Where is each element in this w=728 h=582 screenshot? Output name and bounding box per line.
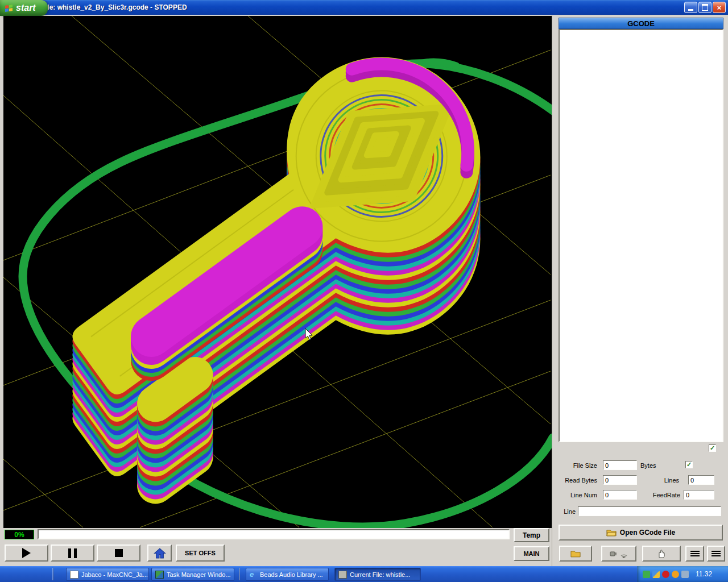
play-icon bbox=[22, 548, 31, 558]
feedrate-field[interactable] bbox=[684, 490, 714, 500]
hand-jog-button[interactable] bbox=[642, 546, 681, 562]
line-field[interactable] bbox=[578, 506, 721, 516]
window-titlebar[interactable]: Current File: whistle_v2_By_Slic3r.gcode… bbox=[0, 0, 728, 15]
pause-button[interactable] bbox=[51, 544, 94, 562]
gcode-line-display bbox=[38, 529, 510, 539]
taskbar-clock: 11.32 bbox=[696, 570, 712, 578]
line-num-field[interactable] bbox=[603, 490, 637, 500]
bytes-checkbox[interactable]: ✓ bbox=[685, 461, 693, 468]
file-size-label: File Size bbox=[559, 462, 597, 469]
stop-button[interactable] bbox=[97, 544, 140, 562]
line-num-label: Line Num bbox=[553, 492, 597, 498]
internet-explorer-icon: e bbox=[250, 571, 257, 578]
minimize-button[interactable] bbox=[684, 2, 697, 13]
taskbar-divider bbox=[239, 568, 240, 580]
tray-icon-shield[interactable] bbox=[643, 571, 650, 578]
window-title: Current File: whistle_v2_By_Slic3r.gcode… bbox=[15, 3, 683, 11]
folder-button[interactable] bbox=[559, 546, 592, 562]
3d-viewport-canvas[interactable] bbox=[3, 16, 552, 528]
taskbar-divider bbox=[52, 568, 53, 580]
tray-icon-display[interactable] bbox=[652, 571, 660, 578]
list-lines-icon bbox=[690, 550, 700, 558]
gcode-follow-checkbox[interactable]: ✓ bbox=[709, 444, 716, 452]
start-button[interactable]: start bbox=[0, 0, 48, 16]
taskbar-item-current-file[interactable]: Current File: whistle... bbox=[334, 568, 421, 581]
3d-viewport[interactable] bbox=[3, 16, 552, 528]
taskbar-item-task-manager[interactable]: Task Manager Windo... bbox=[151, 568, 234, 581]
line-label: Line bbox=[560, 508, 576, 515]
set-offsets-button[interactable]: SET OFFS bbox=[176, 544, 225, 562]
open-gcode-file-button[interactable]: Open GCode File bbox=[559, 525, 723, 541]
folder-icon bbox=[570, 550, 581, 558]
gcode-panel-header: GCODE bbox=[559, 18, 723, 29]
lines-label: Lines bbox=[654, 477, 679, 484]
progress-percent: 0% bbox=[14, 531, 24, 539]
gcode-list-button[interactable] bbox=[685, 546, 704, 562]
taskbar-item-jabaco[interactable]: Jabaco - MaxCNC_Ja... bbox=[66, 568, 149, 581]
close-button[interactable]: × bbox=[713, 2, 726, 13]
lines-field[interactable] bbox=[688, 475, 714, 485]
restore-button[interactable] bbox=[698, 2, 712, 13]
bytes-label: Bytes bbox=[640, 462, 661, 469]
feedrate-label: FeedRate bbox=[648, 492, 680, 498]
tray-icon-ati[interactable] bbox=[662, 571, 669, 578]
plug-wifi-icon bbox=[609, 549, 628, 558]
progress-indicator: 0% bbox=[5, 530, 34, 539]
pause-icon bbox=[68, 548, 77, 558]
gcode-app-icon bbox=[338, 571, 347, 579]
play-button[interactable] bbox=[5, 544, 48, 562]
hand-icon bbox=[656, 548, 667, 559]
menu-lines-icon bbox=[712, 550, 721, 558]
menu-button[interactable] bbox=[707, 546, 725, 562]
read-bytes-field[interactable] bbox=[603, 475, 637, 485]
read-bytes-label: Read Bytes bbox=[553, 477, 597, 484]
tray-icon-volume[interactable] bbox=[681, 571, 689, 578]
system-tray: 11.32 bbox=[637, 566, 728, 582]
temp-button[interactable]: Temp bbox=[514, 528, 549, 542]
tray-icon-update[interactable] bbox=[672, 571, 679, 578]
main-button[interactable]: MAIN bbox=[514, 546, 549, 561]
home-button[interactable] bbox=[147, 544, 172, 562]
home-icon bbox=[154, 548, 166, 559]
taskbar-item-beads-audio[interactable]: e Beads Audio Library ... bbox=[246, 568, 329, 581]
gcode-listbox[interactable] bbox=[559, 29, 723, 442]
stop-icon bbox=[115, 549, 123, 557]
windows-flag-icon bbox=[5, 5, 13, 12]
open-folder-icon bbox=[606, 529, 617, 537]
jabaco-app-icon bbox=[70, 571, 78, 579]
file-size-field[interactable] bbox=[603, 460, 637, 470]
task-manager-icon bbox=[155, 571, 164, 579]
connect-button[interactable] bbox=[601, 546, 636, 562]
